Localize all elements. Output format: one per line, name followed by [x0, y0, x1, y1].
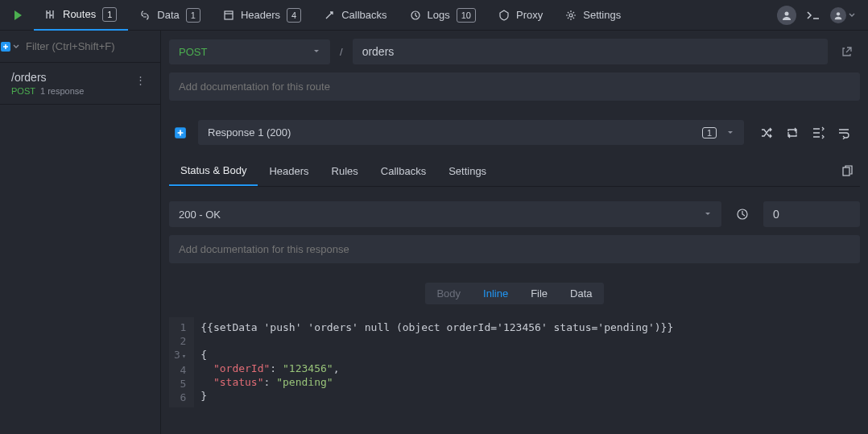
nav-tabs: Routes 1 Data 1 Headers 4 Callbacks Logs…	[34, 0, 777, 31]
code-line-3: {	[200, 348, 854, 362]
svg-point-3	[785, 11, 789, 15]
svg-point-2	[569, 14, 572, 17]
plus-icon	[0, 41, 11, 52]
svg-rect-7	[843, 167, 849, 176]
tab-settings[interactable]: Settings	[554, 0, 632, 31]
sidebar-toolbar	[0, 31, 160, 63]
code-line-5: "status": "pending"	[200, 375, 854, 389]
chevron-down-icon	[849, 12, 855, 19]
code-editor[interactable]: 1 2 3▾ 4 5 6 {{setData 'push' 'orders' n…	[169, 317, 860, 407]
tab-headers[interactable]: Headers 4	[212, 0, 312, 31]
route-method: POST	[11, 86, 35, 96]
tab-logs-badge: 10	[457, 8, 476, 23]
tab-logs[interactable]: Logs 10	[399, 0, 487, 31]
body-mode-tabs: Body Inline File Data	[425, 283, 603, 304]
open-external-button[interactable]	[834, 39, 860, 64]
account-dropdown[interactable]	[830, 7, 855, 23]
tab-logs-label: Logs	[428, 9, 450, 21]
status-value: 200 - OK	[179, 209, 221, 221]
add-response-button[interactable]	[169, 122, 192, 144]
path-input[interactable]	[353, 39, 828, 64]
response-select[interactable]: Response 1 (200) 1	[198, 120, 744, 145]
response-actions	[750, 123, 860, 143]
svg-rect-0	[225, 11, 233, 19]
route-header: POST /	[169, 31, 860, 72]
code-body[interactable]: {{setData 'push' 'orders' null (object o…	[194, 317, 860, 407]
tab-callbacks-label: Callbacks	[341, 9, 386, 21]
response-row: Response 1 (200) 1	[169, 120, 860, 145]
tab-data-label: Data	[157, 9, 179, 21]
subtab-status-body[interactable]: Status & Body	[169, 156, 258, 186]
svg-point-4	[837, 12, 840, 15]
chevron-down-icon	[312, 48, 320, 56]
avatar	[830, 7, 846, 23]
filter-input[interactable]	[19, 40, 167, 52]
copy-icon	[841, 165, 854, 178]
body-mode-data[interactable]: Data	[559, 283, 603, 304]
chevron-down-icon	[726, 129, 734, 137]
method-value: POST	[179, 46, 207, 58]
content-panel: POST / Response 1 (200) 1	[161, 31, 868, 434]
status-row: 200 - OK	[169, 201, 860, 227]
sub-tabs: Status & Body Headers Rules Callbacks Se…	[169, 156, 860, 187]
body-mode-body[interactable]: Body	[425, 283, 472, 304]
proxy-icon	[498, 10, 510, 21]
code-line-6: }	[200, 389, 854, 403]
code-line-2	[200, 334, 854, 348]
chevron-down-icon	[704, 210, 712, 218]
callbacks-icon	[324, 10, 335, 21]
shuffle-button[interactable]	[757, 123, 776, 143]
tab-proxy-label: Proxy	[516, 9, 543, 21]
external-link-icon	[841, 46, 853, 57]
route-path: /orders	[11, 71, 84, 84]
nav-right	[777, 6, 862, 25]
terminal-icon	[806, 10, 820, 21]
plus-icon	[174, 126, 187, 139]
status-select[interactable]: 200 - OK	[169, 201, 721, 227]
subtab-rules[interactable]: Rules	[320, 157, 370, 185]
user-account-button[interactable]	[777, 6, 796, 25]
body-mode-file[interactable]: File	[519, 283, 559, 304]
shuffle-icon	[760, 126, 773, 139]
tab-routes-badge: 1	[102, 7, 117, 22]
tab-routes-label: Routes	[63, 8, 96, 20]
body-mode-inline[interactable]: Inline	[472, 283, 519, 304]
path-separator: /	[337, 46, 346, 58]
response-doc-input[interactable]	[169, 235, 860, 263]
tab-proxy[interactable]: Proxy	[487, 0, 554, 31]
play-icon	[12, 10, 23, 21]
repeat-icon	[786, 126, 799, 139]
route-list-item[interactable]: /orders POST1 response ⋮	[0, 63, 160, 105]
method-select[interactable]: POST	[169, 39, 330, 64]
wrap-icon	[837, 126, 850, 139]
route-doc-input[interactable]	[169, 72, 860, 101]
gear-icon	[565, 10, 577, 21]
delay-input[interactable]	[763, 201, 860, 227]
tab-headers-label: Headers	[241, 9, 280, 21]
clock-icon	[736, 208, 749, 221]
filter-button[interactable]	[808, 123, 828, 143]
terminal-button[interactable]	[806, 10, 820, 21]
add-route-button[interactable]	[0, 31, 19, 63]
tab-routes[interactable]: Routes 1	[34, 0, 128, 31]
delay-icon	[730, 201, 755, 227]
wrap-button[interactable]	[834, 123, 854, 143]
top-nav: Routes 1 Data 1 Headers 4 Callbacks Logs…	[0, 0, 868, 31]
logs-icon	[410, 10, 421, 21]
user-icon	[833, 10, 843, 20]
tab-data[interactable]: Data 1	[128, 0, 212, 31]
copy-button[interactable]	[841, 165, 860, 178]
body-mode-row: Body Inline File Data	[169, 283, 860, 304]
routes-icon	[45, 9, 56, 20]
repeat-button[interactable]	[783, 123, 802, 143]
tab-callbacks[interactable]: Callbacks	[312, 0, 398, 31]
code-gutter: 1 2 3▾ 4 5 6	[169, 317, 194, 407]
route-menu-button[interactable]: ⋮	[132, 71, 149, 89]
route-meta: POST1 response	[11, 86, 84, 96]
subtab-callbacks[interactable]: Callbacks	[370, 157, 437, 185]
play-button[interactable]	[6, 4, 29, 27]
tab-data-badge: 1	[186, 8, 200, 23]
user-icon	[781, 10, 792, 21]
subtab-headers[interactable]: Headers	[258, 157, 320, 185]
subtab-settings[interactable]: Settings	[437, 157, 498, 185]
